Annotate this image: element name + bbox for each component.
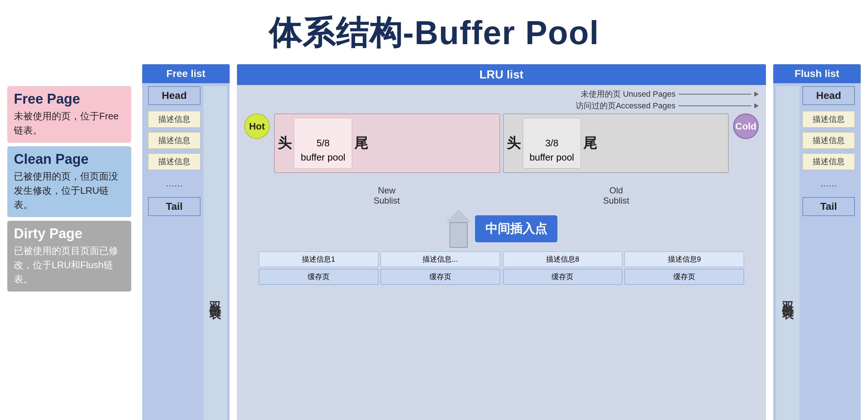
legend: Free Page 未被使用的页，位于Free链表。 Clean Page 已被… xyxy=(7,86,131,420)
dirty-page-title: Dirty Page xyxy=(14,226,125,242)
old-fraction-box: 3/8 buffer pool xyxy=(523,118,581,169)
up-arrow-body xyxy=(449,222,468,248)
unused-pages-arrow-head xyxy=(754,92,759,97)
midpoint-box: 中间插入点 xyxy=(475,215,557,242)
lru-body: 未使用的页 Unused Pages 访问过的页Accessed Pages H… xyxy=(237,85,766,420)
old-sublist-visual: 头 3/8 buffer pool 尾 xyxy=(503,113,729,173)
legend-free-page: Free Page 未被使用的页，位于Free链表。 xyxy=(7,86,131,143)
flush-ellipsis: ...... xyxy=(820,177,837,189)
new-page-row: 缓存页 缓存页 xyxy=(259,269,500,285)
free-list-head: Head xyxy=(148,86,201,105)
flush-desc-3: 描述信息 xyxy=(802,153,855,170)
free-list-header: Free list xyxy=(142,64,230,83)
free-ellipsis: ...... xyxy=(166,177,183,189)
page-title: 体系结构-Buffer Pool xyxy=(0,0,868,63)
new-sublist-data: 描述信息1 描述信息... 缓存页 缓存页 xyxy=(259,251,500,285)
old-page-row: 缓存页 缓存页 xyxy=(503,269,744,285)
legend-dirty-page: Dirty Page 已被使用的页目页面已修改，位于LRU和Flush链表。 xyxy=(7,221,131,292)
free-desc-3: 描述信息 xyxy=(148,153,201,170)
free-page-desc: 未被使用的页，位于Free链表。 xyxy=(14,109,125,138)
new-page-1: 缓存页 xyxy=(259,269,378,285)
clean-page-desc: 已被使用的页，但页面没发生修改，位于LRU链表。 xyxy=(14,169,125,212)
free-list-tail: Tail xyxy=(148,197,201,216)
new-desc-1: 描述信息1 xyxy=(259,251,378,267)
flush-list-head: Head xyxy=(802,86,855,105)
hot-badge: Hot xyxy=(244,113,270,139)
dirty-page-desc: 已被使用的页目页面已修改，位于LRU和Flush链表。 xyxy=(14,244,125,286)
new-sublist-visual: 头 5/8 buffer pool 尾 xyxy=(274,113,500,173)
new-desc-2: 描述信息... xyxy=(381,251,500,267)
unused-pages-arrow-line xyxy=(678,94,751,95)
flush-desc-2: 描述信息 xyxy=(802,132,855,149)
free-desc-1: 描述信息 xyxy=(148,111,201,128)
legend-clean-page: Clean Page 已被使用的页，但页面没发生修改，位于LRU链表。 xyxy=(7,146,131,217)
old-tail-label: 尾 xyxy=(583,134,597,153)
old-page-2: 缓存页 xyxy=(624,269,744,285)
free-bidirectional: 双向链表 xyxy=(203,86,227,420)
accessed-pages-label: 访问过的页Accessed Pages xyxy=(576,100,676,111)
accessed-pages-arrow-head xyxy=(754,103,759,108)
desc-data-rows: 描述信息1 描述信息... 缓存页 缓存页 描述信息8 描述信息9 xyxy=(244,251,759,285)
flush-list-header: Flush list xyxy=(773,64,861,83)
new-sublist-name: New Sublist xyxy=(273,175,500,206)
main-content: Free Page 未被使用的页，位于Free链表。 Clean Page 已被… xyxy=(0,64,868,420)
old-desc-2: 描述信息9 xyxy=(624,251,744,267)
lru-section: LRU list 未使用的页 Unused Pages 访问过的页Accesse… xyxy=(237,64,766,420)
midpoint-section: 中间插入点 xyxy=(244,209,759,248)
flush-bidirectional: 双向链表 xyxy=(776,86,799,420)
flush-list-section: Flush list 双向链表 Head 描述信息 描述信息 描述信息 ....… xyxy=(773,64,861,420)
old-sublist-data: 描述信息8 描述信息9 缓存页 缓存页 xyxy=(503,251,744,285)
free-list-section: Free list Head 描述信息 描述信息 描述信息 ...... Tai… xyxy=(142,64,230,420)
new-tail-label: 尾 xyxy=(354,134,368,153)
unused-pages-label: 未使用的页 Unused Pages xyxy=(581,89,676,100)
lru-list-header: LRU list xyxy=(237,64,766,85)
accessed-pages-arrow-line xyxy=(678,105,751,106)
up-arrow-head xyxy=(446,209,471,222)
flush-list-tail: Tail xyxy=(802,197,855,216)
old-desc-1: 描述信息8 xyxy=(503,251,623,267)
free-page-title: Free Page xyxy=(14,91,125,107)
old-page-1: 缓存页 xyxy=(503,269,623,285)
new-desc-row: 描述信息1 描述信息... xyxy=(259,251,500,267)
free-desc-2: 描述信息 xyxy=(148,132,201,149)
old-head-label: 头 xyxy=(507,134,521,153)
old-desc-row: 描述信息8 描述信息9 xyxy=(503,251,744,267)
lru-sublists-visual: Hot 头 5/8 buffer pool 尾 头 3/8 xyxy=(244,113,759,173)
new-page-2: 缓存页 xyxy=(381,269,500,285)
page: 体系结构-Buffer Pool Free Page 未被使用的页，位于Free… xyxy=(0,0,868,420)
clean-page-title: Clean Page xyxy=(14,151,125,167)
flush-desc-1: 描述信息 xyxy=(802,111,855,128)
new-head-label: 头 xyxy=(278,134,292,153)
old-sublist-name: Old Sublist xyxy=(503,175,730,206)
new-fraction-box: 5/8 buffer pool xyxy=(294,118,352,169)
cold-badge: Cold xyxy=(733,113,759,139)
lru-top-arrows: 未使用的页 Unused Pages 访问过的页Accessed Pages xyxy=(244,89,759,111)
sublist-name-labels: New Sublist Old Sublist xyxy=(244,175,759,206)
up-arrow xyxy=(446,209,471,248)
